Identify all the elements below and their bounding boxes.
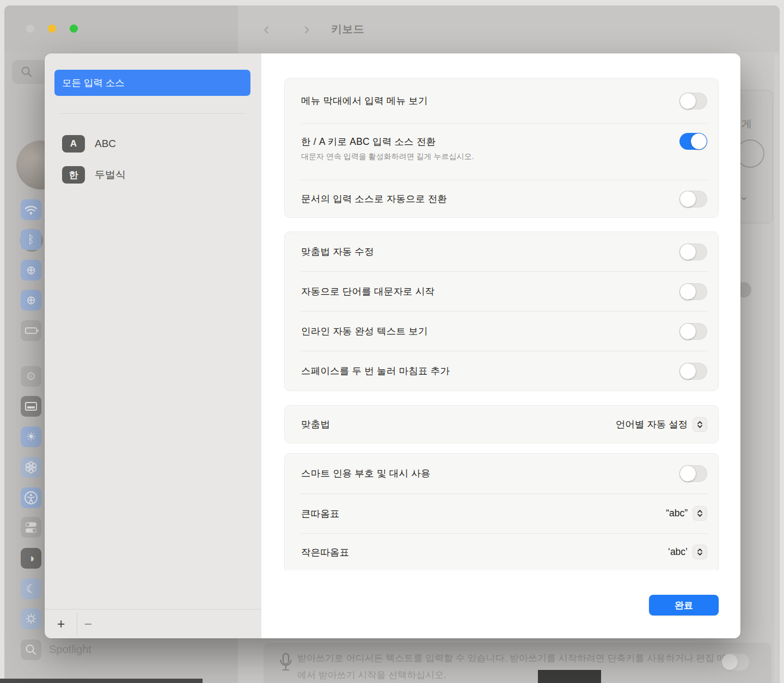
background-text-fragment: 게 [742, 117, 752, 131]
input-source-label: 두벌식 [95, 168, 126, 182]
dictation-description: 받아쓰기로 어디서든 텍스트를 입력할 수 있습니다. 받아쓰기를 시작하려면 … [297, 650, 738, 683]
maximize-button[interactable] [70, 25, 78, 33]
auto-capitalize-toggle[interactable] [679, 283, 707, 300]
setting-label: 큰따옴표 [301, 507, 340, 520]
setting-label: 맞춤법 자동 수정 [301, 245, 374, 258]
divider [45, 609, 261, 609]
show-input-menu-toggle[interactable] [679, 93, 707, 109]
double-space-period-toggle[interactable] [679, 363, 707, 380]
minimize-button[interactable] [48, 25, 56, 33]
search-icon [21, 66, 33, 78]
spotlight-icon[interactable] [21, 639, 41, 660]
setting-label: 스마트 인용 부호 및 대시 사용 [301, 467, 431, 480]
setting-label: 문서의 입력 소스로 자동으로 전환 [301, 192, 447, 205]
toggle-knob [722, 654, 738, 670]
han-a-key-switch-toggle[interactable] [679, 133, 707, 150]
close-button[interactable] [26, 25, 34, 33]
dictation-toggle[interactable] [721, 654, 749, 670]
bluetooth-icon[interactable]: ᛒ [21, 229, 41, 250]
setting-label: 스페이스를 두 번 눌러 마침표 추가 [301, 364, 450, 377]
setting-row: 작은따옴표 ‘abc’ [285, 534, 718, 570]
settings-group: 스마트 인용 부호 및 대시 사용 큰따옴표 “abc” 작은따옴표 ‘a [284, 453, 719, 570]
setting-row: 스페이스를 두 번 눌러 마침표 추가 [285, 351, 718, 391]
chevron-up-down-icon [695, 509, 705, 518]
divider [77, 612, 77, 636]
setting-row: 한 / A 키로 ABC 입력 소스 전환 대문자 연속 입력을 활성화하려면 … [285, 124, 718, 180]
wifi-icon[interactable] [21, 199, 41, 220]
smart-quotes-toggle[interactable] [679, 465, 707, 482]
setting-row: 문서의 입력 소스로 자동으로 전환 [285, 180, 718, 217]
setting-label: 맞춤법 [301, 418, 330, 431]
toggle-knob [680, 324, 696, 339]
chevron-up-down-icon [695, 547, 705, 557]
add-input-source-button[interactable]: + [52, 614, 70, 633]
input-source-badge: A [62, 135, 85, 153]
remove-input-source-button[interactable]: − [79, 614, 97, 633]
setting-label: 메뉴 막대에서 입력 메뉴 보기 [301, 94, 428, 107]
double-quote-select-button[interactable] [693, 506, 707, 521]
sheet-content-panel: 메뉴 막대에서 입력 메뉴 보기 한 / A 키로 ABC 입력 소스 전환 대… [261, 53, 740, 638]
scrollbar [774, 54, 779, 683]
background-dark-strip [0, 679, 203, 683]
sheet-sidebar: 모든 입력 소스 A ABC 한 두벌식 + − [45, 53, 261, 638]
title-bar-sidebar-area [4, 5, 238, 52]
flower-icon[interactable] [21, 457, 41, 478]
toggles-icon[interactable] [21, 517, 41, 538]
settings-group: 맞춤법 언어별 자동 설정 [284, 405, 719, 443]
sidebar-item-spotlight[interactable]: Spotlight [49, 643, 91, 656]
single-quote-select-value: ‘abc’ [668, 546, 688, 558]
spelling-select-value: 언어별 자동 설정 [616, 418, 688, 431]
autocorrect-toggle[interactable] [679, 243, 707, 260]
setting-label: 한 / A 키로 ABC 입력 소스 전환 [301, 135, 474, 148]
setting-row: 큰따옴표 “abc” [285, 494, 718, 534]
toggle-knob [680, 244, 696, 260]
settings-group: 맞춤법 자동 수정 자동으로 단어를 대문자로 시작 인라인 자동 완성 텍스트… [284, 231, 719, 391]
input-source-item-abc[interactable]: A ABC [45, 132, 261, 156]
setting-row: 스마트 인용 부호 및 대시 사용 [285, 454, 718, 493]
setting-label: 자동으로 단어를 대문자로 시작 [301, 285, 434, 298]
input-sources-sheet: 모든 입력 소스 A ABC 한 두벌식 + − 메뉴 막대에서 입력 메뉴 보… [45, 53, 740, 638]
done-button[interactable]: 완료 [649, 595, 719, 615]
menu-bar-icon[interactable] [21, 396, 41, 417]
setting-label: 작은따옴표 [301, 546, 350, 559]
back-button[interactable]: ‹ [264, 19, 270, 39]
gear-flower-icon[interactable] [21, 608, 41, 629]
single-quote-select-button[interactable] [693, 545, 707, 559]
toggle-knob [680, 363, 696, 379]
half-circle-icon[interactable]: ◑ [21, 548, 41, 569]
network-globe-icon[interactable]: ⊕ [21, 290, 41, 310]
globe-icon[interactable]: ⊕ [21, 260, 41, 280]
setting-row: 맞춤법 자동 수정 [285, 232, 718, 271]
double-quote-select-value: “abc” [666, 508, 688, 519]
divider [61, 113, 245, 114]
title-bar: ‹ › 키보드 [4, 5, 780, 52]
input-source-badge: 한 [62, 166, 85, 184]
input-source-label: ABC [95, 138, 116, 150]
spelling-select-button[interactable] [693, 417, 707, 432]
setting-row: 메뉴 막대에서 입력 메뉴 보기 [285, 78, 718, 123]
sun-icon[interactable]: ☀ [21, 426, 41, 447]
inline-completion-toggle[interactable] [679, 323, 707, 340]
toggle-knob [680, 284, 696, 300]
settings-group: 메뉴 막대에서 입력 메뉴 보기 한 / A 키로 ABC 입력 소스 전환 대… [284, 78, 719, 218]
microphone-icon [279, 652, 293, 676]
setting-row: 인라인 자동 완성 텍스트 보기 [285, 312, 718, 351]
page-title: 키보드 [331, 22, 365, 36]
accessibility-icon[interactable] [21, 487, 41, 508]
background-dark-strip [538, 670, 601, 683]
setting-row: 맞춤법 언어별 자동 설정 [285, 406, 718, 443]
toggle-knob [680, 191, 696, 207]
all-input-sources-item[interactable]: 모든 입력 소스 [54, 70, 250, 96]
toggle-knob [680, 466, 696, 481]
screen-saver-icon[interactable]: ☾ [21, 578, 41, 599]
gear-icon[interactable]: ⚙ [21, 366, 41, 387]
toggle-knob [680, 93, 696, 109]
battery-icon[interactable] [21, 320, 41, 341]
toggle-knob [691, 133, 707, 149]
input-source-item-dubeolsik[interactable]: 한 두벌식 [45, 163, 261, 187]
setting-label: 인라인 자동 완성 텍스트 보기 [301, 325, 428, 338]
forward-button[interactable]: › [304, 19, 310, 39]
dictation-card: 받아쓰기로 어디서든 텍스트를 입력할 수 있습니다. 받아쓰기를 시작하려면 … [264, 643, 771, 683]
auto-switch-document-toggle[interactable] [679, 191, 707, 208]
background-chevron-fragment: ⌄ [739, 190, 749, 203]
